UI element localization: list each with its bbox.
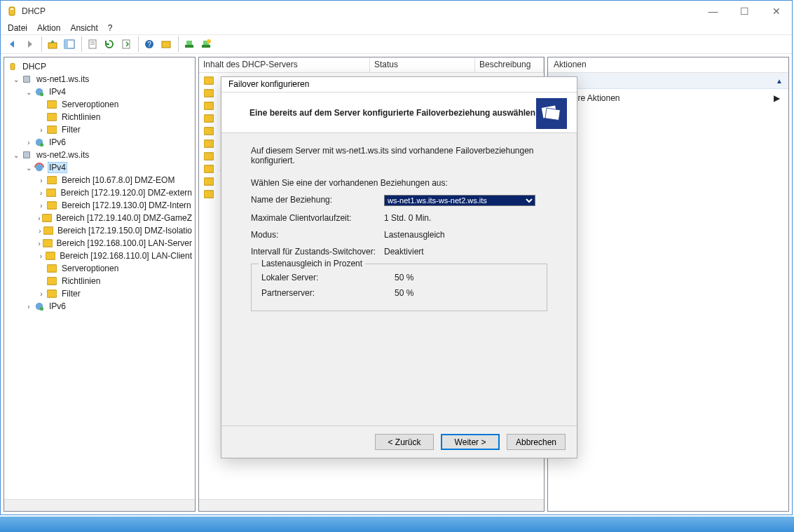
folder-icon — [46, 200, 57, 211]
back-button[interactable]: < Zurück — [375, 434, 434, 450]
dialog-intro: Auf diesem Server mit ws-net1.ws.its sin… — [251, 146, 547, 165]
folder-icon — [203, 189, 214, 200]
tree-server1[interactable]: ⌄ ws-net1.ws.its — [6, 73, 193, 86]
svg-rect-37 — [47, 290, 57, 298]
tree-s2-filter[interactable]: › Filter — [6, 287, 193, 300]
expand-icon[interactable]: › — [24, 303, 34, 311]
tree-root-dhcp[interactable]: DHCP — [6, 60, 193, 73]
menu-help[interactable]: ? — [108, 23, 113, 33]
svg-rect-40 — [204, 77, 214, 85]
dialog-body: Auf diesem Server mit ws-net1.ws.its sin… — [221, 133, 577, 425]
expand-icon[interactable]: › — [36, 214, 42, 222]
tree-scope[interactable]: ›Bereich [192.168.110.0] LAN-Client — [6, 250, 193, 262]
refresh-button[interactable] — [102, 36, 117, 52]
minimize-button[interactable]: — — [697, 1, 729, 21]
folder-icon — [46, 250, 56, 261]
export-button[interactable] — [118, 36, 134, 52]
tree-scope[interactable]: ›Bereich [172.19.130.0] DMZ-Intern — [6, 199, 193, 212]
list-scrollbar[interactable] — [199, 499, 544, 511]
svg-point-27 — [36, 164, 43, 172]
col-beschreibung[interactable]: Beschreibung — [475, 57, 544, 72]
close-button[interactable]: ✕ — [760, 1, 792, 21]
tree-s2-serveroptionen[interactable]: Serveroptionen — [6, 262, 193, 275]
folder-icon — [43, 238, 53, 249]
folder-icon — [46, 187, 56, 198]
tree-s1-ipv6[interactable]: › IPv6 — [6, 136, 193, 149]
tree-scope[interactable]: ›Bereich [10.67.8.0] DMZ-EOM — [6, 174, 193, 186]
svg-rect-2 — [48, 43, 57, 48]
window-title: DHCP — [22, 6, 46, 16]
server-add-button[interactable] — [182, 36, 197, 52]
expand-icon[interactable]: ⌄ — [11, 151, 21, 159]
next-button[interactable]: Weiter > — [441, 434, 500, 450]
tree-scope[interactable]: ›Bereich [172.19.140.0] DMZ-GameZ — [6, 212, 193, 224]
menu-datei[interactable]: Datei — [8, 23, 27, 33]
actions-group-ipv4[interactable]: IPv4 ▲ — [548, 73, 788, 89]
expand-icon[interactable]: › — [36, 126, 46, 134]
taskbar[interactable] — [0, 517, 794, 532]
tree-s1-filter[interactable]: › Filter — [6, 123, 193, 136]
menu-ansicht[interactable]: Ansicht — [70, 23, 97, 33]
folder-icon — [203, 151, 214, 162]
options-icon — [46, 263, 57, 274]
server-manage-button[interactable] — [198, 36, 214, 52]
svg-rect-14 — [202, 45, 210, 48]
folder-icon — [43, 225, 53, 236]
svg-point-39 — [40, 307, 43, 311]
tree-scope[interactable]: ›Bereich [172.19.120.0] DMZ-extern — [6, 186, 193, 199]
collapse-icon[interactable]: ▲ — [776, 77, 783, 85]
tree-s2-richtlinien[interactable]: Richtlinien — [6, 275, 193, 287]
relation-combo[interactable]: ws-net1.ws.its-ws-net2.ws.its — [384, 195, 535, 206]
folders-icon — [536, 98, 567, 129]
svg-rect-11 — [162, 41, 170, 48]
svg-rect-4 — [64, 40, 68, 48]
tree-scrollbar[interactable] — [4, 499, 195, 511]
filter-icon — [46, 288, 57, 299]
forward-button[interactable] — [22, 36, 37, 52]
dialog-buttons: < Zurück Weiter > Abbrechen — [221, 425, 577, 458]
svg-rect-49 — [204, 191, 214, 198]
expand-icon[interactable]: › — [36, 227, 43, 235]
tree-s1-ipv4[interactable]: ⌄ IPv4 — [6, 86, 193, 98]
menu-aktion[interactable]: Aktion — [37, 23, 60, 33]
failover-dialog: Failover konfigurieren Eine bereits auf … — [221, 76, 577, 458]
expand-icon[interactable]: › — [36, 189, 46, 197]
back-button[interactable] — [5, 36, 20, 52]
tree-s1-serveroptionen[interactable]: Serveroptionen — [6, 98, 193, 111]
col-inhalt[interactable]: Inhalt des DHCP-Servers — [199, 57, 370, 72]
col-status[interactable]: Status — [370, 57, 475, 72]
svg-rect-46 — [204, 153, 214, 161]
folder-icon — [46, 175, 57, 186]
expand-icon[interactable]: ⌄ — [11, 76, 21, 83]
tree-scope[interactable]: ›Bereich [172.19.150.0] DMZ-Isolatio — [6, 224, 193, 237]
action-more[interactable]: Weitere Aktionen ▶ — [548, 89, 788, 107]
svg-point-25 — [40, 143, 43, 146]
tree-s2-ipv6[interactable]: › IPv6 — [6, 300, 193, 313]
expand-icon[interactable]: › — [36, 202, 46, 210]
expand-icon[interactable]: › — [36, 240, 43, 247]
value-maxclient: 1 Std. 0 Min. — [384, 213, 547, 223]
tree-scope[interactable]: ›Bereich [192.168.100.0] LAN-Server — [6, 237, 193, 250]
maximize-button[interactable]: ☐ — [729, 1, 760, 21]
properties-button[interactable] — [85, 36, 100, 52]
svg-rect-41 — [204, 90, 214, 97]
cancel-button[interactable]: Abbrechen — [507, 434, 566, 450]
chevron-right-icon: ▶ — [774, 93, 780, 103]
expand-icon[interactable]: › — [36, 177, 46, 184]
tree-server2[interactable]: ⌄ ws-net2.ws.its — [6, 149, 193, 161]
svg-rect-42 — [204, 102, 214, 110]
expand-icon[interactable]: › — [36, 290, 46, 298]
show-hide-button[interactable] — [62, 36, 77, 52]
svg-point-20 — [40, 93, 43, 96]
expand-icon[interactable]: ⌄ — [24, 88, 34, 96]
policies-icon — [46, 111, 57, 123]
expand-icon[interactable]: ⌄ — [24, 164, 34, 172]
expand-icon[interactable]: › — [36, 252, 46, 260]
expand-icon[interactable]: › — [24, 139, 34, 146]
actions-pane: Aktionen IPv4 ▲ Weitere Aktionen ▶ — [547, 57, 789, 512]
up-button[interactable] — [45, 36, 60, 52]
new-scope-button[interactable] — [158, 36, 174, 52]
tree-s2-ipv4[interactable]: ⌄ IPv4 — [6, 161, 193, 174]
help-button[interactable]: ? — [142, 36, 157, 52]
tree-s1-richtlinien[interactable]: Richtlinien — [6, 111, 193, 123]
